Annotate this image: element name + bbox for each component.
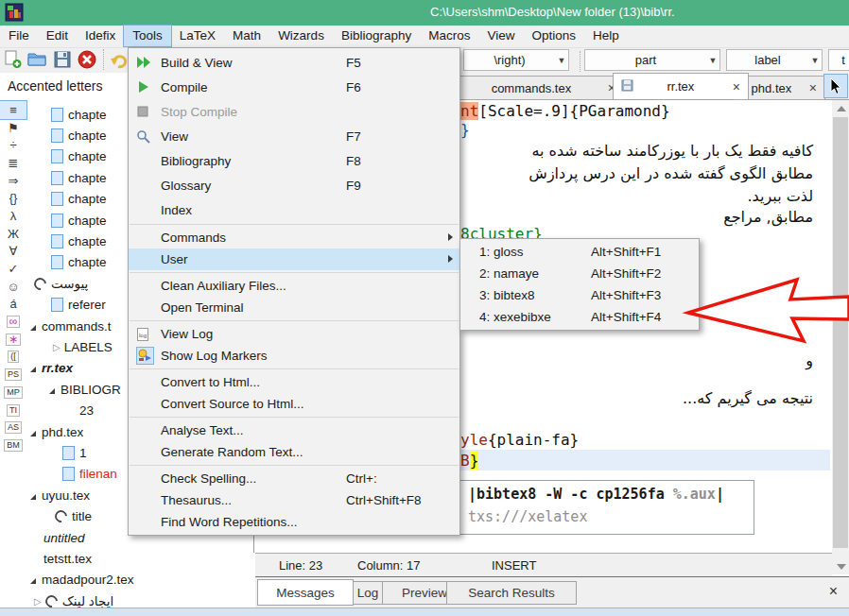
cyrillic-icon[interactable]: Ж — [0, 225, 26, 243]
forall-icon[interactable]: ∀ — [0, 243, 26, 261]
menubar-item-tools[interactable]: Tools — [124, 26, 171, 46]
check-icon[interactable]: ✓ — [0, 260, 26, 278]
braces-icon[interactable]: {} — [0, 189, 26, 207]
submenu-item-2-namaye[interactable]: 2: namayeAlt+Shift+F2 — [460, 263, 699, 284]
menubar-item-help[interactable]: Help — [584, 26, 628, 46]
document-icon — [51, 192, 63, 206]
submenu-item-1-gloss[interactable]: 1: glossAlt+Shift+F1 — [460, 241, 699, 263]
output-tab-search-results[interactable]: Search Results — [446, 581, 577, 605]
menu-item-find-word-repetitions[interactable]: Find Word Repetitions... — [129, 511, 459, 533]
bookmark-icon[interactable]: ⚑ — [0, 119, 26, 137]
close-icon[interactable]: × — [809, 80, 817, 95]
divide-icon[interactable]: ÷ — [0, 136, 26, 154]
smiley-icon[interactable]: ☺ — [0, 278, 26, 296]
close-icon[interactable]: × — [733, 79, 740, 94]
document-icon — [51, 298, 63, 312]
tree-item-label: LABELS — [64, 340, 113, 354]
scroll-down-icon[interactable] — [837, 564, 846, 570]
asterisk-icon[interactable]: ∗ — [0, 331, 26, 349]
PS-icon[interactable]: PS — [0, 366, 26, 384]
tab-commands.tex[interactable]: commands.tex× — [456, 76, 624, 100]
menubar-item-macros[interactable]: Macros — [420, 26, 478, 46]
TI-icon[interactable]: TI — [0, 402, 26, 419]
stop-process-button[interactable] — [77, 49, 99, 73]
output-tab-messages[interactable]: Messages — [257, 579, 354, 606]
chevron-down-icon[interactable]: ▼ — [706, 56, 719, 65]
menu-item-commands[interactable]: Commands — [129, 227, 459, 248]
tree-item-label: chapte — [68, 171, 107, 185]
structure-icon[interactable]: ≡ — [0, 101, 26, 119]
menu-item-glossary[interactable]: GlossaryF9 — [129, 173, 459, 197]
menubar-item-view[interactable]: View — [478, 26, 523, 46]
menu-item-convert-source-to-html[interactable]: Convert Source to Html... — [129, 393, 459, 415]
delimiter-combo[interactable]: \right) ▼ — [463, 49, 569, 71]
scroll-up-icon[interactable] — [837, 106, 846, 111]
tree-item-tetstt.tex[interactable]: tetstt.tex — [26, 548, 253, 569]
menu-item-convert-to-html[interactable]: Convert to Html... — [129, 371, 459, 393]
truncated-combo[interactable]: t — [828, 49, 849, 71]
menu-item-bibliography[interactable]: BibliographyF8 — [129, 148, 459, 173]
expanded-icon[interactable] — [30, 325, 36, 331]
arrow-icon[interactable]: ⇒ — [0, 172, 26, 190]
tree-item-label: untitled — [43, 531, 85, 545]
submenu-item-4-xexebibxe[interactable]: 4: xexebibxeAlt+Shift+F4 — [460, 306, 699, 328]
expanded-icon[interactable] — [30, 494, 36, 500]
MP-icon[interactable]: MP — [0, 384, 26, 402]
menu-item-check-spelling[interactable]: Check Spelling...Ctrl+: — [129, 468, 459, 489]
menu-item-user[interactable]: User — [129, 248, 459, 270]
chevron-down-icon[interactable]: ▼ — [555, 56, 568, 65]
menu-item-stop-compile[interactable]: Stop Compile — [129, 99, 459, 124]
collapsed-icon[interactable]: ▷ — [34, 596, 42, 607]
submenu-item-3-bibtex8[interactable]: 3: bibtex8Alt+Shift+F3 — [460, 284, 699, 306]
expanded-icon[interactable] — [30, 578, 36, 584]
AS-icon[interactable]: AS — [0, 419, 26, 436]
side-icon-strip: ≡⚑÷≣⇒{}λЖ∀✓☺á∞∗([PSMPTIASBM — [0, 101, 26, 454]
menubar-item-wizards[interactable]: Wizards — [269, 26, 333, 46]
open-document-button[interactable] — [26, 49, 49, 73]
brackets-icon[interactable]: ([ — [0, 349, 26, 367]
save-button[interactable] — [52, 49, 74, 73]
collapsed-icon[interactable]: ▷ — [53, 342, 61, 352]
menu-item-generate-random-text[interactable]: Generate Random Text... — [129, 441, 459, 463]
references-combo[interactable]: label ▼ — [726, 49, 823, 71]
menubar-item-bibliography[interactable]: Bibliography — [333, 26, 420, 46]
menu-item-show-log-markers[interactable]: Show Log Markers — [129, 345, 459, 367]
menu-item-build-view[interactable]: Build & ViewF5 — [129, 50, 459, 75]
scrollbar-thumb[interactable] — [833, 117, 848, 548]
menu-shortcut: F5 — [346, 56, 452, 70]
menu-item-label: Thesaurus... — [161, 493, 346, 507]
menu-item-label: Commands — [161, 231, 452, 245]
BM-icon[interactable]: BM — [0, 436, 26, 454]
menu-item-view[interactable]: ViewF7 — [129, 124, 459, 148]
menubar-item-idefix[interactable]: Idefix — [77, 26, 124, 46]
chevron-down-icon[interactable]: ▼ — [808, 56, 822, 65]
menubar-item-latex[interactable]: LaTeX — [171, 26, 224, 46]
expanded-icon[interactable] — [49, 388, 55, 394]
menu-item-index[interactable]: Index — [129, 197, 459, 222]
expanded-icon[interactable] — [30, 431, 36, 436]
menu-item-open-terminal[interactable]: Open Terminal — [129, 297, 459, 318]
editor-scrollbar[interactable] — [832, 99, 849, 574]
tree-item-madadpour2.tex[interactable]: madadpour2.tex — [26, 570, 253, 590]
menu-item-clean-auxiliary-files[interactable]: Clean Auxiliary Files... — [129, 275, 459, 297]
accent-icon[interactable]: á — [0, 296, 26, 314]
new-document-button[interactable] — [2, 49, 24, 73]
menubar-item-options[interactable]: Options — [523, 26, 584, 46]
menu-item-analyse-text[interactable]: Analyse Text... — [129, 419, 459, 441]
menu-item-view-log[interactable]: logView Log — [129, 323, 459, 345]
menu-item-label: Analyse Text... — [161, 423, 452, 437]
lambda-icon[interactable]: λ — [0, 207, 26, 225]
menu-item-compile[interactable]: CompileF6 — [129, 75, 459, 99]
close-icon[interactable]: × — [829, 583, 838, 600]
submenu-item-label: 3: bibtex8 — [479, 288, 591, 302]
infinity-icon[interactable]: ∞ — [0, 313, 26, 331]
tab-scroll-right-button[interactable] — [824, 75, 847, 97]
menubar-item-math[interactable]: Math — [224, 26, 269, 46]
sectioning-combo[interactable]: part ▼ — [584, 49, 720, 71]
expanded-icon[interactable] — [30, 367, 36, 372]
lines-icon[interactable]: ≣ — [0, 154, 26, 172]
menubar-item-edit[interactable]: Edit — [38, 26, 77, 46]
menu-item-thesaurus[interactable]: Thesaurus...Ctrl+Shift+F8 — [129, 489, 459, 511]
tab-rr.tex[interactable]: rr.tex× — [613, 73, 749, 99]
menubar-item-file[interactable]: File — [0, 26, 38, 46]
